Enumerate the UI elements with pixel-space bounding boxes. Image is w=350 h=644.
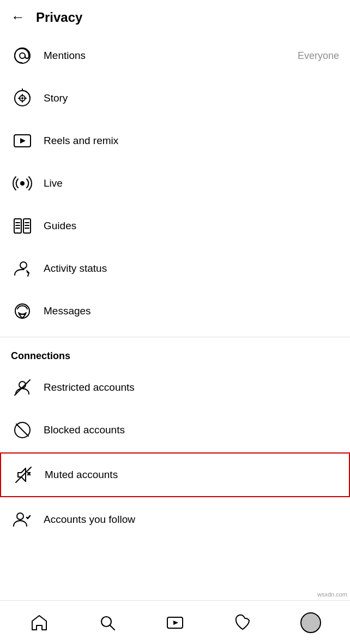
svg-point-3	[22, 98, 23, 99]
page-title: Privacy	[36, 10, 82, 25]
reels-icon	[11, 129, 34, 152]
mentions-label: Mentions	[44, 50, 298, 62]
connections-section-header: Connections	[0, 342, 350, 366]
restricted-icon	[11, 376, 34, 399]
menu-item-blocked[interactable]: Blocked accounts	[0, 409, 350, 451]
activity-label: Activity status	[44, 263, 339, 275]
mentions-icon	[11, 44, 34, 67]
nav-reels[interactable]	[159, 606, 191, 639]
guides-label: Guides	[44, 220, 339, 232]
menu-item-restricted[interactable]: Restricted accounts	[0, 366, 350, 409]
svg-point-25	[17, 513, 23, 520]
menu-item-activity[interactable]: Activity status	[0, 247, 350, 290]
svg-line-22	[16, 424, 28, 436]
menu-item-guides[interactable]: Guides	[0, 205, 350, 247]
mentions-value: Everyone	[298, 50, 339, 62]
svg-point-1	[20, 53, 25, 58]
back-button[interactable]: ←	[11, 9, 25, 26]
story-label: Story	[44, 92, 339, 104]
following-icon	[11, 508, 34, 531]
svg-line-27	[110, 625, 114, 630]
story-icon	[11, 87, 34, 110]
svg-line-20	[15, 380, 30, 395]
menu-item-mentions[interactable]: Mentions Everyone	[0, 34, 350, 77]
activity-icon	[11, 257, 34, 280]
svg-marker-7	[20, 138, 26, 144]
nav-home[interactable]	[23, 606, 56, 639]
nav-search[interactable]	[91, 606, 124, 639]
menu-item-live[interactable]: Live	[0, 162, 350, 205]
messages-label: Messages	[44, 305, 339, 317]
reels-label: Reels and remix	[44, 135, 339, 147]
live-icon	[11, 172, 34, 195]
svg-point-17	[20, 262, 27, 269]
muted-label: Muted accounts	[45, 469, 338, 481]
header: ← Privacy	[0, 0, 350, 34]
blocked-label: Blocked accounts	[44, 424, 339, 436]
section-divider	[0, 337, 350, 337]
nav-profile[interactable]	[294, 606, 327, 639]
live-label: Live	[44, 177, 339, 189]
svg-marker-29	[173, 621, 178, 625]
menu-item-following[interactable]: Accounts you follow	[0, 498, 350, 541]
muted-icon	[12, 463, 35, 486]
nav-activity[interactable]	[226, 606, 259, 639]
following-label: Accounts you follow	[44, 514, 339, 526]
watermark: wsxdn.com	[317, 591, 347, 598]
messages-icon	[11, 300, 34, 323]
menu-item-messages[interactable]: Messages	[0, 290, 350, 332]
blocked-icon	[11, 419, 34, 442]
profile-avatar	[300, 612, 321, 633]
svg-point-8	[20, 181, 25, 186]
menu-item-story[interactable]: Story	[0, 77, 350, 120]
guides-icon	[11, 214, 34, 237]
menu-item-reels[interactable]: Reels and remix	[0, 120, 350, 162]
menu-item-muted[interactable]: Muted accounts	[0, 452, 350, 497]
restricted-label: Restricted accounts	[44, 381, 339, 393]
bottom-nav	[0, 600, 350, 644]
